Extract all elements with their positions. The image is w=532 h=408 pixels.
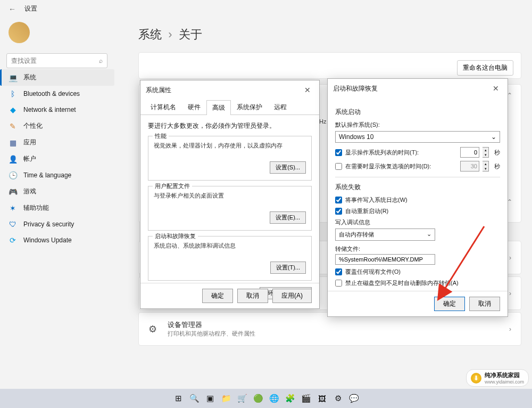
tab-1[interactable]: 硬件 bbox=[182, 100, 206, 115]
sidebar-item--[interactable]: ▦应用 bbox=[0, 134, 114, 151]
sidebar-icon: ✶ bbox=[9, 204, 17, 213]
auto-restart-checkbox[interactable] bbox=[335, 208, 342, 215]
show-list-seconds[interactable] bbox=[460, 147, 479, 158]
search-box[interactable]: ⌕ bbox=[6, 53, 107, 68]
sidebar-item-bluetooth-devices[interactable]: ᛒBluetooth & devices bbox=[0, 86, 114, 102]
app-title: 设置 bbox=[24, 4, 37, 13]
default-os-label: 默认操作系统(S): bbox=[335, 121, 500, 129]
sidebar-icon: ✎ bbox=[9, 122, 17, 130]
rename-button[interactable]: 重命名这台电脑 bbox=[457, 60, 513, 76]
sidebar-icon: ⟳ bbox=[9, 236, 17, 244]
taskbar-icon[interactable]: 🟢 bbox=[252, 392, 264, 405]
breadcrumb-parent[interactable]: 系统 bbox=[138, 28, 162, 41]
dump-file-input[interactable] bbox=[335, 254, 435, 265]
watermark-url: www.yidaimei.com bbox=[485, 379, 524, 385]
cancel-button[interactable]: 取消 bbox=[469, 297, 500, 311]
sidebar-icon: 🎮 bbox=[9, 187, 17, 196]
group-label: 用户配置文件 bbox=[153, 182, 192, 190]
default-os-value: Windows 10 bbox=[339, 133, 373, 141]
close-icon[interactable]: ✕ bbox=[301, 85, 314, 95]
sidebar-item-label: Bluetooth & devices bbox=[23, 90, 80, 97]
sidebar-item--[interactable]: ✶辅助功能 bbox=[0, 200, 114, 216]
settings-button[interactable]: 设置(T)... bbox=[270, 262, 306, 274]
search-input[interactable] bbox=[11, 57, 99, 64]
taskbar-icon[interactable]: ⚙ bbox=[331, 392, 344, 405]
sidebar-icon: ◆ bbox=[9, 105, 17, 114]
sidebar-item-privacy-security[interactable]: 🛡Privacy & security bbox=[0, 216, 114, 232]
sidebar-item--[interactable]: ✎个性化 bbox=[0, 118, 114, 134]
system-properties-dialog: 系统属性 ✕ 计算机名硬件高级系统保护远程 要进行大多数更改，你必须作为管理员登… bbox=[140, 80, 320, 309]
dialog-title: 启动和故障恢复 bbox=[333, 84, 378, 93]
settings-button[interactable]: 设置(S)... bbox=[270, 161, 306, 174]
sidebar-item-label: Windows Update bbox=[23, 236, 72, 244]
group: 用户配置文件与登录帐户相关的桌面设置设置(E)... bbox=[148, 186, 312, 231]
tab-0[interactable]: 计算机名 bbox=[145, 100, 182, 115]
back-arrow[interactable]: ← bbox=[9, 5, 16, 13]
spinner: ▴▾ bbox=[483, 161, 489, 172]
cancel-button[interactable]: 取消 bbox=[237, 289, 268, 303]
chevron-down-icon: ⌄ bbox=[427, 231, 431, 239]
breadcrumb: 系统 › 关于 bbox=[138, 27, 521, 43]
auto-restart-label: 自动重新启动(R) bbox=[345, 207, 388, 215]
apply-button[interactable]: 应用(A) bbox=[272, 289, 312, 303]
debug-info-label: 写入调试信息 bbox=[335, 218, 500, 226]
tab-4[interactable]: 远程 bbox=[268, 100, 293, 115]
sidebar-item--[interactable]: 💻系统 bbox=[0, 69, 114, 86]
settings-button[interactable]: 设置(E)... bbox=[270, 211, 306, 224]
show-os-list-label: 显示操作系统列表的时间(T): bbox=[345, 149, 457, 157]
tab-3[interactable]: 系统保护 bbox=[231, 100, 268, 115]
sidebar-icon: 🕒 bbox=[9, 171, 17, 179]
tab-2[interactable]: 高级 bbox=[206, 100, 231, 115]
taskbar-icon[interactable]: 🎬 bbox=[300, 392, 312, 405]
hz-fragment: Hz bbox=[319, 118, 326, 125]
taskbar-icon[interactable]: 🧩 bbox=[284, 392, 296, 405]
overwrite-checkbox[interactable] bbox=[335, 268, 342, 275]
write-log-checkbox[interactable] bbox=[335, 197, 342, 203]
related-sub: 打印机和其他驱动程序、硬件属性 bbox=[168, 330, 502, 338]
fail-section-label: 系统失败 bbox=[335, 183, 500, 192]
tabs: 计算机名硬件高级系统保护远程 bbox=[140, 100, 319, 115]
taskbar-icon[interactable]: 🔍 bbox=[188, 392, 201, 405]
show-os-list-checkbox[interactable] bbox=[335, 149, 342, 156]
group-desc: 系统启动、系统故障和调试信息 bbox=[154, 242, 306, 250]
sidebar-icon: ᛒ bbox=[9, 89, 17, 98]
debug-info-select[interactable]: 自动内存转储 ⌄ bbox=[335, 229, 435, 241]
taskbar-icon[interactable]: ▣ bbox=[204, 392, 217, 405]
no-delete-label: 禁止在磁盘空间不足时自动删除内存转储(A) bbox=[345, 279, 459, 287]
no-delete-checkbox[interactable] bbox=[335, 280, 342, 287]
chevron-right-icon: › bbox=[509, 325, 511, 333]
spinner[interactable]: ▴▾ bbox=[483, 147, 489, 158]
close-icon[interactable]: ✕ bbox=[489, 83, 502, 94]
taskbar-icon[interactable]: 🌐 bbox=[268, 392, 280, 405]
dump-file-label: 转储文件: bbox=[335, 245, 500, 253]
watermark: ⬇ 纯净系统家园 www.yidaimei.com bbox=[466, 369, 529, 387]
default-os-select[interactable]: Windows 10 ⌄ bbox=[335, 131, 500, 143]
taskbar-icon[interactable]: 📁 bbox=[220, 392, 232, 405]
taskbar-icon[interactable]: 🛒 bbox=[236, 392, 248, 405]
taskbar-icon[interactable]: 🖼 bbox=[315, 392, 328, 405]
sidebar-item--[interactable]: 👤帐户 bbox=[0, 151, 114, 167]
taskbar-icon[interactable]: 💬 bbox=[347, 392, 360, 405]
ok-button[interactable]: 确定 bbox=[434, 297, 465, 311]
show-recovery-label: 在需要时显示恢复选项的时间(D): bbox=[345, 162, 457, 170]
search-icon: ⌕ bbox=[99, 57, 103, 64]
overwrite-label: 覆盖任何现有文件(O) bbox=[345, 268, 401, 276]
related-title: 设备管理器 bbox=[168, 320, 502, 330]
sidebar-item--[interactable]: 🎮游戏 bbox=[0, 183, 114, 200]
sidebar-item-label: 帐户 bbox=[23, 154, 36, 164]
sidebar-item-label: 游戏 bbox=[23, 187, 36, 196]
sidebar-item-label: Network & internet bbox=[23, 106, 76, 113]
sidebar-icon: ▦ bbox=[9, 138, 17, 147]
sidebar-item-label: Time & language bbox=[23, 172, 71, 179]
related-item[interactable]: ⚙设备管理器打印机和其他驱动程序、硬件属性› bbox=[138, 312, 521, 346]
avatar[interactable] bbox=[9, 22, 30, 43]
sidebar-item-network-internet[interactable]: ◆Network & internet bbox=[0, 102, 114, 118]
group: 启动和故障恢复系统启动、系统故障和调试信息设置(T)... bbox=[148, 236, 312, 281]
ok-button[interactable]: 确定 bbox=[202, 289, 233, 303]
group-desc: 与登录帐户相关的桌面设置 bbox=[154, 192, 306, 200]
taskbar-icon[interactable]: ⊞ bbox=[172, 392, 185, 405]
sidebar-item-time-language[interactable]: 🕒Time & language bbox=[0, 167, 114, 183]
sidebar-item-windows-update[interactable]: ⟳Windows Update bbox=[0, 232, 114, 248]
sidebar-item-label: 应用 bbox=[23, 138, 36, 147]
show-recovery-checkbox[interactable] bbox=[335, 163, 342, 170]
